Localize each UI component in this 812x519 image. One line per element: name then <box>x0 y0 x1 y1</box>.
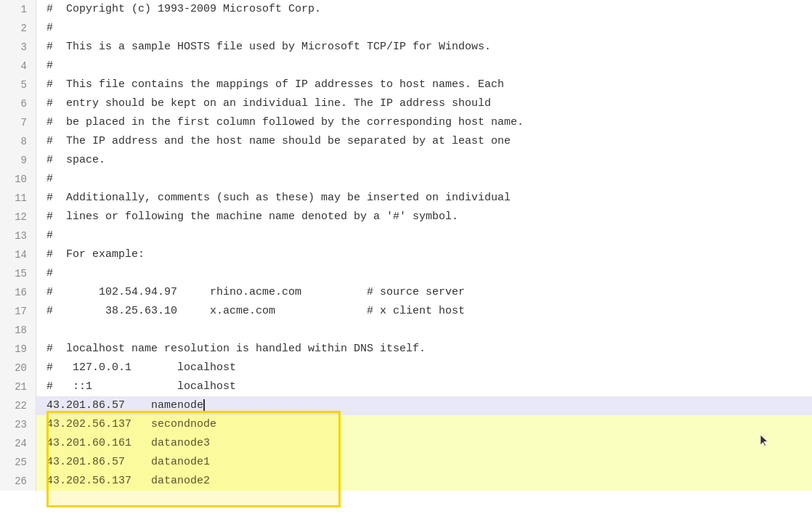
line-content-18 <box>36 321 812 340</box>
line-content-1: # Copyright (c) 1993-2009 Microsoft Corp… <box>36 0 812 19</box>
line-number-15: 15 <box>0 264 36 283</box>
line-4: 4# <box>0 57 812 75</box>
line-number-17: 17 <box>0 302 36 321</box>
line-24: 2443.201.60.161 datanode3 <box>0 434 812 453</box>
line-number-22: 22 <box>0 396 36 415</box>
line-number-3: 3 <box>0 38 36 57</box>
line-5: 5# This file contains the mappings of IP… <box>0 75 812 94</box>
line-content-16: # 102.54.94.97 rhino.acme.com # source s… <box>36 283 812 302</box>
line-content-20: # 127.0.0.1 localhost <box>36 359 812 377</box>
line-13: 13# <box>0 226 812 245</box>
line-content-21: # ::1 localhost <box>36 377 812 396</box>
line-12: 12# lines or following the machine name … <box>0 208 812 226</box>
line-content-14: # For example: <box>36 245 812 264</box>
line-number-24: 24 <box>0 434 36 453</box>
line-number-12: 12 <box>0 208 36 226</box>
line-content-23: 43.202.56.137 secondnode <box>36 415 812 434</box>
line-number-16: 16 <box>0 283 36 302</box>
line-content-15: # <box>36 264 812 283</box>
line-18: 18 <box>0 321 812 340</box>
line-16: 16# 102.54.94.97 rhino.acme.com # source… <box>0 283 812 302</box>
line-8: 8# The IP address and the host name shou… <box>0 132 812 151</box>
line-number-23: 23 <box>0 415 36 434</box>
line-6: 6# entry should be kept on an individual… <box>0 94 812 113</box>
line-3: 3# This is a sample HOSTS file used by M… <box>0 38 812 57</box>
line-number-19: 19 <box>0 340 36 359</box>
line-content-8: # The IP address and the host name shoul… <box>36 132 812 151</box>
line-10: 10# <box>0 170 812 189</box>
line-19: 19# localhost name resolution is handled… <box>0 340 812 359</box>
line-content-4: # <box>36 57 812 75</box>
line-content-24: 43.201.60.161 datanode3 <box>36 434 812 453</box>
line-11: 11# Additionally, comments (such as thes… <box>0 189 812 208</box>
line-number-8: 8 <box>0 132 36 151</box>
line-15: 15# <box>0 264 812 283</box>
text-cursor <box>203 399 205 411</box>
line-number-25: 25 <box>0 453 36 472</box>
line-content-3: # This is a sample HOSTS file used by Mi… <box>36 38 812 57</box>
line-content-5: # This file contains the mappings of IP … <box>36 75 812 94</box>
line-7: 7# be placed in the first column followe… <box>0 113 812 132</box>
line-number-14: 14 <box>0 245 36 264</box>
line-number-1: 1 <box>0 0 36 19</box>
line-20: 20# 127.0.0.1 localhost <box>0 359 812 377</box>
line-content-11: # Additionally, comments (such as these)… <box>36 189 812 208</box>
line-number-11: 11 <box>0 189 36 208</box>
line-content-6: # entry should be kept on an individual … <box>36 94 812 113</box>
line-content-2: # <box>36 19 812 38</box>
line-21: 21# ::1 localhost <box>0 377 812 396</box>
line-number-6: 6 <box>0 94 36 113</box>
line-14: 14# For example: <box>0 245 812 264</box>
line-content-26: 43.202.56.137 datanode2 <box>36 472 812 491</box>
line-content-25: 43.201.86.57 datanode1 <box>36 453 812 472</box>
line-number-21: 21 <box>0 377 36 396</box>
line-number-5: 5 <box>0 75 36 94</box>
code-editor: 1# Copyright (c) 1993-2009 Microsoft Cor… <box>0 0 812 519</box>
line-1: 1# Copyright (c) 1993-2009 Microsoft Cor… <box>0 0 812 19</box>
line-number-18: 18 <box>0 321 36 340</box>
line-content-13: # <box>36 226 812 245</box>
line-content-7: # be placed in the first column followed… <box>36 113 812 132</box>
line-2: 2# <box>0 19 812 38</box>
line-number-20: 20 <box>0 359 36 377</box>
line-content-17: # 38.25.63.10 x.acme.com # x client host <box>36 302 812 321</box>
line-number-26: 26 <box>0 472 36 491</box>
line-25: 2543.201.86.57 datanode1 <box>0 453 812 472</box>
line-number-9: 9 <box>0 151 36 170</box>
line-content-10: # <box>36 170 812 189</box>
line-26: 2643.202.56.137 datanode2 <box>0 472 812 491</box>
line-content-22: 43.201.86.57 namenode <box>36 396 812 415</box>
line-content-12: # lines or following the machine name de… <box>36 208 812 226</box>
line-number-7: 7 <box>0 113 36 132</box>
line-number-2: 2 <box>0 19 36 38</box>
line-number-10: 10 <box>0 170 36 189</box>
line-23: 2343.202.56.137 secondnode <box>0 415 812 434</box>
line-9: 9# space. <box>0 151 812 170</box>
line-number-4: 4 <box>0 57 36 75</box>
line-content-19: # localhost name resolution is handled w… <box>36 340 812 359</box>
line-17: 17# 38.25.63.10 x.acme.com # x client ho… <box>0 302 812 321</box>
line-content-9: # space. <box>36 151 812 170</box>
line-number-13: 13 <box>0 226 36 245</box>
line-22: 2243.201.86.57 namenode <box>0 396 812 415</box>
